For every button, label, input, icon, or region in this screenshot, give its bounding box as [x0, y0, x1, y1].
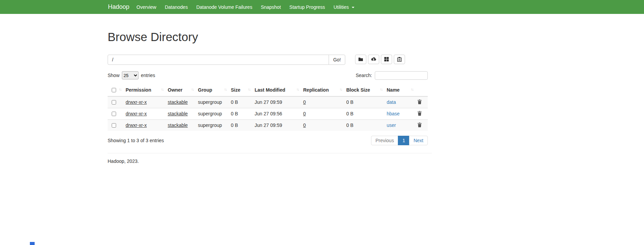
nav-datanode-volume-failures[interactable]: Datanode Volume Failures: [192, 4, 256, 10]
delete-button[interactable]: [418, 122, 422, 127]
last-modified-value: Jun 27 09:56: [255, 111, 282, 116]
table-row: drwxr-xr-x stackable supergroup 0 B Jun …: [108, 119, 428, 131]
table-summary: Showing 1 to 3 of 3 entries: [108, 138, 164, 143]
chevron-down-icon: [352, 7, 354, 8]
entries-label: entries: [141, 73, 155, 78]
page-size-select[interactable]: 25: [122, 71, 139, 79]
upload-file-button[interactable]: [368, 55, 379, 64]
trash-icon: [418, 111, 422, 116]
header-group[interactable]: Group ↑↓: [195, 84, 228, 96]
permission-value[interactable]: drwxr-xr-x: [126, 99, 147, 105]
directory-link[interactable]: data: [387, 99, 396, 105]
pagination: Previous 1 Next: [371, 136, 428, 145]
footer-divider: [108, 153, 432, 153]
pagination-page-1[interactable]: 1: [398, 136, 409, 145]
pagination-previous[interactable]: Previous: [371, 136, 398, 145]
header-select-all[interactable]: ↑↓: [108, 84, 123, 96]
create-directory-button[interactable]: [355, 55, 366, 64]
permission-value[interactable]: drwxr-xr-x: [126, 111, 147, 116]
trash-icon: [418, 99, 422, 104]
sort-icon: ↑↓: [380, 87, 382, 91]
header-name[interactable]: Name ↑↓: [384, 84, 415, 96]
sort-icon: ↑↓: [191, 87, 194, 91]
group-value: supergroup: [198, 99, 222, 105]
sort-icon: ↑↓: [161, 87, 163, 91]
row-checkbox[interactable]: [112, 123, 116, 128]
search-label: Search:: [356, 73, 372, 78]
replication-value[interactable]: 0: [303, 122, 306, 128]
nav-utilities-dropdown[interactable]: Utilities: [329, 4, 358, 10]
directory-table: ↑↓ Permission ↑↓ Owner ↑↓ Group ↑↓ Size …: [108, 84, 428, 131]
sort-icon: ↑↓: [119, 87, 121, 91]
directory-link[interactable]: hbase: [387, 111, 400, 116]
header-delete: [415, 84, 428, 96]
path-input-group: Go!: [108, 55, 345, 65]
group-value: supergroup: [198, 111, 222, 116]
header-replication[interactable]: Replication ↑↓: [300, 84, 344, 96]
paste-icon: [397, 57, 402, 62]
header-last-modified[interactable]: Last Modified ↑↓: [252, 84, 300, 96]
owner-value[interactable]: stackable: [168, 122, 188, 128]
navbar-brand[interactable]: Hadoop: [108, 3, 129, 11]
sort-icon: ↑↓: [339, 87, 342, 91]
owner-value[interactable]: stackable: [168, 111, 188, 116]
main-content: Browse Directory Go! Show 25: [108, 31, 428, 164]
sort-icon: ↑↓: [296, 87, 299, 91]
paste-button[interactable]: [394, 55, 405, 64]
path-bar: Go!: [108, 55, 428, 65]
header-permission[interactable]: Permission ↑↓: [123, 84, 165, 96]
table-controls: Show 25 entries Search:: [108, 71, 428, 80]
nav-utilities-label: Utilities: [333, 4, 349, 10]
table-row: drwxr-xr-x stackable supergroup 0 B Jun …: [108, 96, 428, 108]
select-all-checkbox[interactable]: [112, 88, 116, 92]
nav-datanodes[interactable]: Datanodes: [161, 4, 192, 10]
sort-icon: ↑↓: [248, 87, 250, 91]
header-size[interactable]: Size ↑↓: [228, 84, 252, 96]
size-value: 0 B: [231, 122, 238, 128]
sort-icon: ↑↓: [224, 87, 226, 91]
delete-button[interactable]: [418, 111, 422, 116]
delete-button[interactable]: [418, 99, 422, 104]
table-header-row: ↑↓ Permission ↑↓ Owner ↑↓ Group ↑↓ Size …: [108, 84, 428, 96]
footer-text: Hadoop, 2023.: [108, 158, 428, 164]
cloud-upload-icon: [371, 57, 376, 61]
table-footer: Showing 1 to 3 of 3 entries Previous 1 N…: [108, 136, 428, 145]
size-value: 0 B: [231, 99, 238, 105]
header-block-size[interactable]: Block Size ↑↓: [344, 84, 384, 96]
permission-value[interactable]: drwxr-xr-x: [126, 122, 147, 128]
block-size-value: 0 B: [346, 111, 353, 116]
nav-overview[interactable]: Overview: [132, 4, 160, 10]
search-input[interactable]: [375, 71, 428, 80]
grid-view-button[interactable]: [381, 55, 392, 64]
block-size-value: 0 B: [346, 122, 353, 128]
sort-icon: ↑↓: [411, 87, 413, 91]
grid-icon: [384, 57, 389, 61]
block-size-value: 0 B: [346, 99, 353, 105]
owner-value[interactable]: stackable: [168, 99, 188, 105]
search-control: Search:: [356, 71, 428, 80]
header-owner[interactable]: Owner ↑↓: [165, 84, 195, 96]
nav-snapshot[interactable]: Snapshot: [257, 4, 285, 10]
show-entries-control: Show 25 entries: [108, 71, 155, 79]
trash-icon: [418, 122, 422, 127]
replication-value[interactable]: 0: [303, 111, 306, 116]
last-modified-value: Jun 27 09:59: [255, 99, 282, 105]
group-value: supergroup: [198, 122, 222, 128]
page-title: Browse Directory: [108, 31, 428, 43]
pagination-next[interactable]: Next: [409, 136, 428, 145]
row-checkbox[interactable]: [112, 112, 116, 116]
size-value: 0 B: [231, 111, 238, 116]
go-button[interactable]: Go!: [329, 55, 345, 65]
nav-startup-progress[interactable]: Startup Progress: [285, 4, 329, 10]
path-input[interactable]: [108, 55, 329, 65]
directory-link[interactable]: user: [387, 122, 396, 128]
screen-artifact: [30, 242, 35, 245]
show-label: Show: [108, 73, 119, 78]
explorer-toolbar: [355, 55, 405, 64]
table-row: drwxr-xr-x stackable supergroup 0 B Jun …: [108, 108, 428, 119]
row-checkbox[interactable]: [112, 100, 116, 105]
folder-icon: [358, 57, 363, 61]
replication-value[interactable]: 0: [303, 99, 306, 105]
top-navbar: Hadoop Overview Datanodes Datanode Volum…: [0, 0, 644, 14]
last-modified-value: Jun 27 09:59: [255, 122, 282, 128]
